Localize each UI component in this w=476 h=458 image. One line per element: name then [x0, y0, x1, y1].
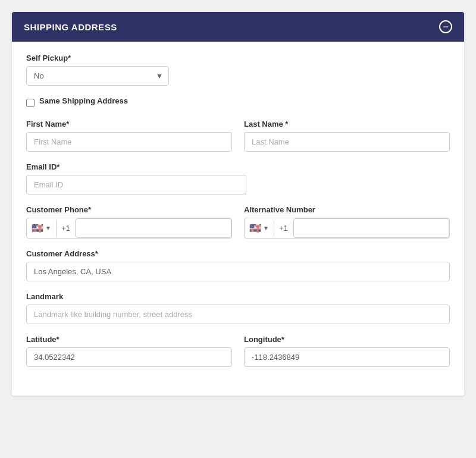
latitude-input[interactable]: [26, 347, 232, 367]
card-header: SHIPPING ADDRESS −: [12, 12, 464, 42]
alternative-phone-country-code: +1: [274, 219, 293, 237]
same-shipping-address-label[interactable]: Same Shipping Address: [39, 96, 128, 105]
landmark-label: Landmark: [26, 292, 450, 301]
alternative-number-label: Alternative Number: [244, 205, 450, 214]
collapse-button[interactable]: −: [439, 20, 452, 33]
customer-phone-country-code: +1: [57, 219, 76, 237]
customer-phone-flag-btn[interactable]: 🇺🇸 ▼: [27, 220, 57, 237]
latitude-col: Latitude*: [26, 335, 232, 367]
customer-phone-input[interactable]: [76, 218, 231, 238]
first-name-label: First Name*: [26, 120, 232, 128]
longitude-label: Longitude*: [244, 335, 450, 344]
card-title: SHIPPING ADDRESS: [24, 22, 117, 32]
self-pickup-select-wrapper: No Yes ▼: [26, 66, 169, 86]
landmark-group: Landmark: [26, 292, 450, 324]
alternative-phone-flag-icon: 🇺🇸: [249, 224, 261, 233]
last-name-input[interactable]: [244, 132, 450, 152]
customer-address-group: Customer Address*: [26, 249, 450, 281]
first-name-input[interactable]: [26, 132, 232, 152]
latitude-label: Latitude*: [26, 335, 232, 344]
customer-phone-chevron-icon: ▼: [45, 225, 51, 231]
alternative-phone-wrapper: 🇺🇸 ▼ +1: [244, 218, 450, 239]
longitude-input[interactable]: [244, 347, 450, 367]
self-pickup-label: Self Pickup*: [26, 54, 450, 62]
coordinates-row: Latitude* Longitude*: [26, 335, 450, 367]
customer-phone-col: Customer Phone* 🇺🇸 ▼ +1: [26, 205, 232, 239]
alternative-phone-input[interactable]: [293, 218, 449, 238]
self-pickup-group: Self Pickup* No Yes ▼: [26, 54, 450, 86]
alternative-number-col: Alternative Number 🇺🇸 ▼ +1: [244, 205, 450, 239]
last-name-col: Last Name *: [244, 120, 450, 152]
email-input[interactable]: [26, 175, 246, 195]
name-row: First Name* Last Name *: [26, 120, 450, 152]
customer-address-input[interactable]: [26, 262, 450, 281]
alternative-phone-flag-btn[interactable]: 🇺🇸 ▼: [245, 220, 274, 237]
shipping-address-card: SHIPPING ADDRESS − Self Pickup* No Yes ▼…: [12, 12, 464, 396]
email-group: Email ID*: [26, 162, 450, 195]
last-name-label: Last Name *: [244, 120, 450, 128]
customer-address-label: Customer Address*: [26, 249, 450, 258]
customer-phone-wrapper: 🇺🇸 ▼ +1: [26, 218, 232, 239]
customer-phone-flag-icon: 🇺🇸: [32, 224, 43, 233]
card-body: Self Pickup* No Yes ▼ Same Shipping Addr…: [12, 42, 464, 396]
landmark-input[interactable]: [26, 305, 450, 324]
same-shipping-address-checkbox[interactable]: [26, 99, 35, 107]
same-shipping-address-row: Same Shipping Address: [26, 96, 450, 109]
longitude-col: Longitude*: [244, 335, 450, 367]
alternative-phone-chevron-icon: ▼: [263, 225, 269, 231]
email-label: Email ID*: [26, 162, 450, 171]
self-pickup-select[interactable]: No Yes: [26, 66, 169, 86]
first-name-col: First Name*: [26, 120, 232, 152]
customer-phone-label: Customer Phone*: [26, 205, 232, 214]
phone-row: Customer Phone* 🇺🇸 ▼ +1 Alternative Numb…: [26, 205, 450, 239]
